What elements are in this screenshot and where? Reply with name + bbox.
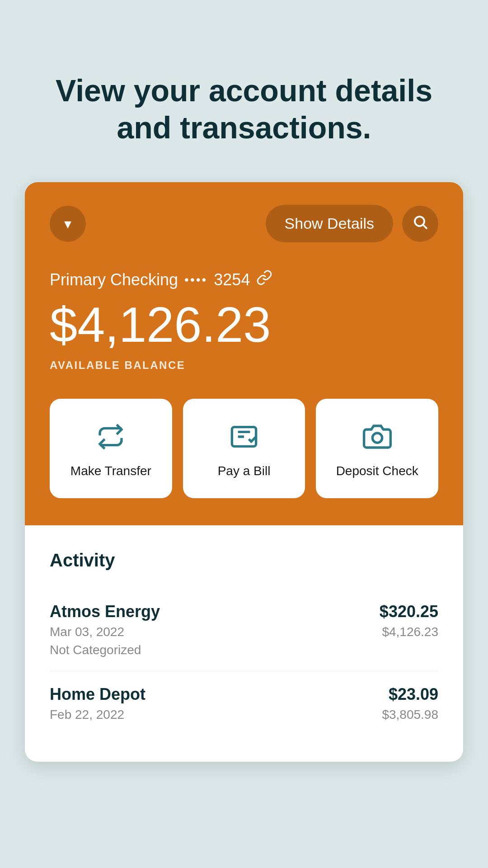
transaction-category: Not Categorized <box>50 643 160 657</box>
transaction-name: Atmos Energy <box>50 602 160 621</box>
chevron-down-icon: ▾ <box>64 215 71 232</box>
activity-section: Activity Atmos Energy Mar 03, 2022 Not C… <box>50 525 438 739</box>
balance-amount: $4,126.23 <box>50 297 438 352</box>
action-buttons: Make Transfer Pay a Bill <box>50 399 438 498</box>
card-top: ▾ Show Details Primary Check <box>25 182 463 525</box>
search-icon <box>412 214 428 234</box>
svg-line-1 <box>423 225 427 228</box>
transfer-icon <box>93 419 129 455</box>
pay-bill-button[interactable]: Pay a Bill <box>183 399 305 498</box>
deposit-check-label: Deposit Check <box>336 464 418 478</box>
transaction-amount: $23.09 <box>389 685 438 704</box>
transaction-balance: $4,126.23 <box>382 625 438 639</box>
svg-point-0 <box>415 217 424 226</box>
show-details-button[interactable]: Show Details <box>266 205 393 242</box>
page-header: View your account details and transactio… <box>0 0 488 182</box>
card-controls: ▾ Show Details <box>50 205 438 242</box>
camera-icon <box>359 419 395 455</box>
transaction-amount: $320.25 <box>380 602 438 621</box>
link-icon <box>256 269 272 290</box>
account-name-row: Primary Checking •••• 3254 <box>50 269 438 290</box>
search-button[interactable] <box>402 206 438 242</box>
transaction-date: Feb 22, 2022 <box>50 708 145 722</box>
account-card: ▾ Show Details Primary Check <box>25 182 463 762</box>
transaction-name: Home Depot <box>50 685 145 704</box>
table-row: Atmos Energy Mar 03, 2022 Not Categorize… <box>50 589 438 671</box>
page-wrapper: View your account details and transactio… <box>0 0 488 762</box>
make-transfer-button[interactable]: Make Transfer <box>50 399 172 498</box>
card-bottom: Activity Atmos Energy Mar 03, 2022 Not C… <box>25 525 463 762</box>
account-name-text: Primary Checking <box>50 270 178 289</box>
transaction-balance: $3,805.98 <box>382 708 438 722</box>
transaction-date: Mar 03, 2022 <box>50 625 160 639</box>
pay-bill-label: Pay a Bill <box>218 464 271 478</box>
dropdown-button[interactable]: ▾ <box>50 206 86 242</box>
controls-right: Show Details <box>266 205 438 242</box>
transaction-left: Atmos Energy Mar 03, 2022 Not Categorize… <box>50 602 160 657</box>
page-title: View your account details and transactio… <box>36 72 452 146</box>
table-row: Home Depot Feb 22, 2022 $23.09 $3,805.98 <box>50 671 438 739</box>
account-number: 3254 <box>214 270 250 289</box>
svg-point-3 <box>372 433 382 443</box>
deposit-check-button[interactable]: Deposit Check <box>316 399 438 498</box>
balance-label: AVAILABLE BALANCE <box>50 359 438 372</box>
account-dots: •••• <box>184 273 207 287</box>
transaction-left: Home Depot Feb 22, 2022 <box>50 685 145 726</box>
transaction-right: $320.25 $4,126.23 <box>380 602 438 639</box>
make-transfer-label: Make Transfer <box>70 464 151 478</box>
bill-icon <box>226 419 262 455</box>
transaction-right: $23.09 $3,805.98 <box>382 685 438 722</box>
activity-title: Activity <box>50 550 438 571</box>
